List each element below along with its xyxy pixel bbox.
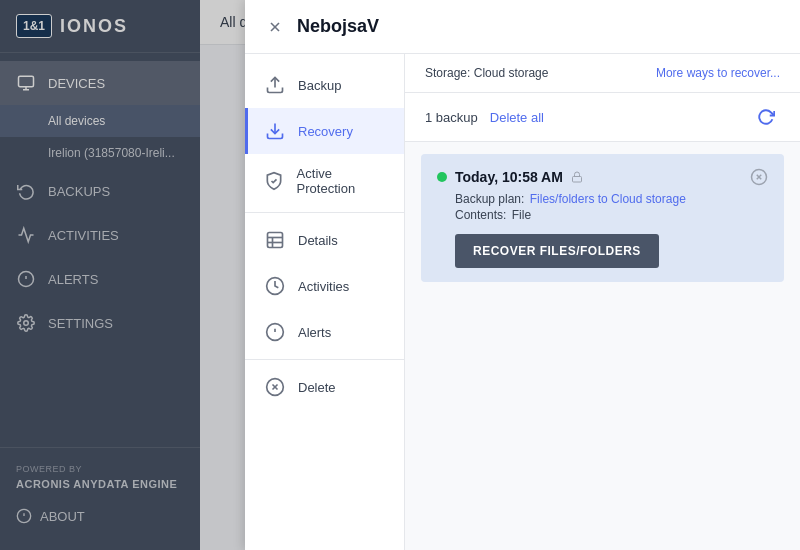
nav-recovery-label: Recovery xyxy=(298,124,353,139)
detail-modal: NebojsaV Backup xyxy=(245,0,800,550)
app-container: 1&1 IONOS DEVICES All devices Irelion (3… xyxy=(0,0,800,550)
nav-item-backup[interactable]: Backup xyxy=(245,62,404,108)
contents-value: File xyxy=(512,208,531,222)
storage-info: Storage: Cloud storage xyxy=(425,66,548,80)
recovery-nav-icon xyxy=(264,120,286,142)
delete-nav-icon xyxy=(264,376,286,398)
backup-entry-title: Today, 10:58 AM xyxy=(437,169,583,185)
clock-nav-icon xyxy=(264,275,286,297)
backup-details: Backup plan: Files/folders to Cloud stor… xyxy=(437,192,768,222)
entry-close-button[interactable] xyxy=(750,168,768,186)
nav-item-activities[interactable]: Activities xyxy=(245,263,404,309)
storage-value: Cloud storage xyxy=(474,66,549,80)
nav-backup-label: Backup xyxy=(298,78,341,93)
alert-nav-icon xyxy=(264,321,286,343)
svg-rect-25 xyxy=(572,177,581,183)
refresh-button[interactable] xyxy=(752,103,780,131)
nav-item-delete[interactable]: Delete xyxy=(245,364,404,410)
content-toolbar: Storage: Cloud storage More ways to reco… xyxy=(405,54,800,93)
nav-activities-label: Activities xyxy=(298,279,349,294)
shield-nav-icon xyxy=(264,170,285,192)
nav-item-active-protection[interactable]: Active Protection xyxy=(245,154,404,208)
nav-details-label: Details xyxy=(298,233,338,248)
nav-active-protection-label: Active Protection xyxy=(297,166,388,196)
nav-alerts-label: Alerts xyxy=(298,325,331,340)
backup-plan-line: Backup plan: Files/folders to Cloud stor… xyxy=(455,192,768,206)
modal-right-content: Storage: Cloud storage More ways to reco… xyxy=(405,54,800,550)
backup-count: 1 backup xyxy=(425,110,478,125)
details-nav-icon xyxy=(264,229,286,251)
contents-label: Contents: xyxy=(455,208,506,222)
recover-files-button[interactable]: RECOVER FILES/FOLDERS xyxy=(455,234,659,268)
backup-entry: Today, 10:58 AM xyxy=(421,154,784,282)
modal-title: NebojsaV xyxy=(297,16,379,37)
lock-icon xyxy=(571,171,583,183)
nav-divider-1 xyxy=(245,212,404,213)
nav-delete-label: Delete xyxy=(298,380,336,395)
nav-item-details[interactable]: Details xyxy=(245,217,404,263)
modal-body: Backup Recovery xyxy=(245,54,800,550)
delete-all-link[interactable]: Delete all xyxy=(490,110,544,125)
nav-item-alerts[interactable]: Alerts xyxy=(245,309,404,355)
backup-entry-header: Today, 10:58 AM xyxy=(437,168,768,186)
backup-plan-label: Backup plan: xyxy=(455,192,524,206)
backup-timestamp: Today, 10:58 AM xyxy=(455,169,563,185)
modal-nav: Backup Recovery xyxy=(245,54,405,550)
nav-divider-2 xyxy=(245,359,404,360)
more-ways-link[interactable]: More ways to recover... xyxy=(656,66,780,80)
storage-label: Storage: xyxy=(425,66,470,80)
status-dot xyxy=(437,172,447,182)
modal-header: NebojsaV xyxy=(245,0,800,54)
nav-item-recovery[interactable]: Recovery xyxy=(245,108,404,154)
backup-toolbar-left: 1 backup Delete all xyxy=(425,110,544,125)
backup-nav-icon xyxy=(264,74,286,96)
backup-toolbar: 1 backup Delete all xyxy=(405,93,800,142)
svg-rect-14 xyxy=(268,233,283,248)
contents-line: Contents: File xyxy=(455,208,768,222)
modal-close-button[interactable] xyxy=(265,17,285,37)
backup-plan-value[interactable]: Files/folders to Cloud storage xyxy=(530,192,686,206)
